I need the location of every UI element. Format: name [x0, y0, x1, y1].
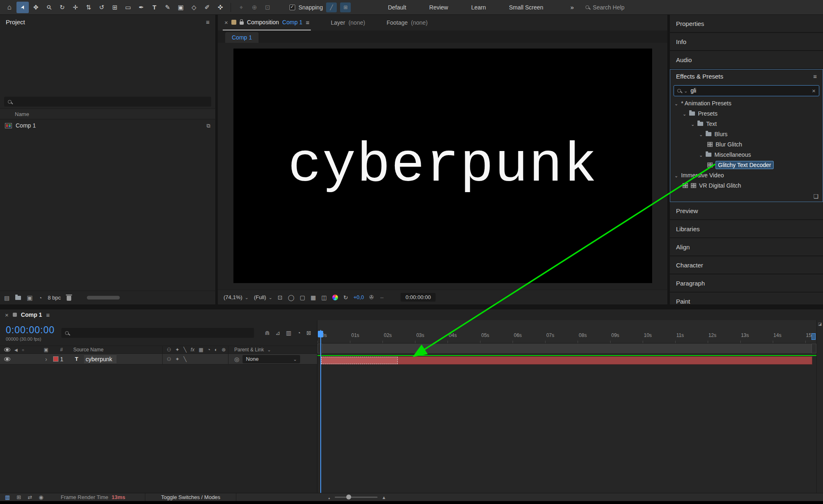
collapsed-panel-header[interactable]: Info: [670, 33, 823, 51]
switch-collapse-icon[interactable]: [175, 356, 180, 362]
pixel-aspect-icon[interactable]: [379, 294, 385, 300]
reset-exposure-icon[interactable]: ↻: [343, 294, 348, 301]
layer-duration-bar[interactable]: [321, 356, 812, 365]
zoom-slider-handle[interactable]: [346, 495, 351, 499]
delete-icon[interactable]: [67, 296, 71, 301]
source-name-header[interactable]: Source Name: [73, 347, 162, 353]
selection-tool[interactable]: [16, 2, 29, 13]
layer-visibility-toggle[interactable]: [4, 357, 10, 361]
project-fps-icon[interactable]: [38, 295, 42, 301]
switch-3d-icon[interactable]: [221, 347, 226, 353]
roto-brush-tool[interactable]: [201, 2, 213, 13]
home-tool[interactable]: [3, 2, 16, 13]
world-axis-tool[interactable]: [248, 2, 261, 13]
panel-menu-icon[interactable]: [206, 19, 210, 26]
layer-expand-arrow[interactable]: [41, 356, 51, 362]
twirl-down-icon[interactable]: [683, 110, 686, 117]
local-axis-tool[interactable]: [235, 2, 247, 13]
clear-search-icon[interactable]: [812, 87, 816, 94]
toggle-switches-modes-button[interactable]: Toggle Switches / Modes: [145, 493, 236, 501]
twirl-down-icon[interactable]: [699, 151, 703, 158]
project-name-column-header[interactable]: Name: [0, 109, 215, 119]
effects-tree-row[interactable]: Blur Glitch: [670, 139, 823, 149]
mini-flowchart-icon[interactable]: [265, 330, 270, 336]
twirl-down-icon[interactable]: [699, 131, 703, 137]
project-flow-icon[interactable]: [16, 494, 21, 500]
composition-text-layer[interactable]: cyberpunk: [288, 134, 598, 197]
timeline-layer-row[interactable]: 1 T cyberpunk: [0, 354, 317, 365]
parent-pickwhip-icon[interactable]: [234, 356, 239, 362]
shape-tool[interactable]: [122, 2, 134, 13]
workspace-tab[interactable]: Default: [388, 4, 406, 11]
close-icon[interactable]: [5, 311, 9, 318]
panel-menu-icon[interactable]: [813, 73, 817, 80]
collapsed-panel-header[interactable]: Paint: [670, 293, 823, 304]
panel-menu-icon[interactable]: [46, 311, 50, 318]
twirl-down-icon[interactable]: [691, 121, 695, 127]
composition-tab[interactable]: Comp 1: [225, 32, 259, 43]
switch-shy-icon[interactable]: [167, 347, 171, 353]
viewer-tab[interactable]: Composition Comp 1: [223, 15, 311, 30]
layer-name[interactable]: cyberpunk: [84, 355, 117, 363]
effects-tree-row[interactable]: Presets: [670, 108, 823, 118]
audio-column-icon[interactable]: [14, 347, 18, 353]
switch-fx-icon[interactable]: [191, 347, 194, 353]
work-area-bar[interactable]: [317, 344, 816, 354]
current-timecode[interactable]: 0:00:00:00: [6, 325, 55, 336]
hand-tool[interactable]: [30, 2, 42, 13]
effects-tree-row[interactable]: * Animation Presets: [670, 98, 823, 108]
effects-tree-row[interactable]: Text: [670, 118, 823, 129]
pan-camera-tool[interactable]: [69, 2, 82, 13]
interpret-footage-icon[interactable]: [4, 295, 9, 301]
view-layout-icon[interactable]: [321, 294, 326, 301]
workspace-tab[interactable]: Small Screen: [509, 4, 543, 11]
parent-dropdown[interactable]: None: [242, 355, 300, 363]
view-axis-tool[interactable]: [261, 2, 274, 13]
type-tool[interactable]: [148, 2, 161, 13]
help-search[interactable]: Search Help: [585, 4, 820, 11]
fit-viewer-icon[interactable]: [278, 294, 283, 301]
panel-menu-icon[interactable]: [306, 19, 310, 26]
switch-shy-icon[interactable]: [167, 356, 171, 362]
switch-frame-blend-icon[interactable]: [207, 347, 210, 353]
adobe-stock-icon[interactable]: [5, 494, 10, 500]
twirl-down-icon[interactable]: [674, 172, 678, 179]
snapping-checkbox[interactable]: [289, 5, 295, 10]
zoom-out-frames-icon[interactable]: [328, 494, 331, 500]
lock-icon[interactable]: [240, 21, 244, 25]
parent-link-header[interactable]: Parent & Link: [228, 346, 317, 353]
collapsed-panel-header[interactable]: Align: [670, 238, 823, 256]
new-panel-icon[interactable]: [813, 193, 818, 200]
time-ruler[interactable]: 0s 01s 02s 03s 04s 05s 06s 07s: [317, 320, 816, 344]
playhead-handle[interactable]: [318, 331, 323, 337]
frame-blend-icon[interactable]: [286, 330, 291, 336]
new-composition-icon[interactable]: [27, 294, 33, 302]
transparency-grid-icon[interactable]: [310, 294, 316, 301]
effects-tree-row[interactable]: VR Digital Glitch: [670, 180, 823, 190]
close-icon[interactable]: [224, 19, 228, 26]
collapsed-panel-header[interactable]: Properties: [670, 15, 823, 33]
draft-3d-icon[interactable]: [275, 330, 280, 336]
channel-color-wheel-icon[interactable]: [332, 295, 338, 300]
effects-presets-title[interactable]: Effects & Presets: [676, 73, 723, 80]
horizontal-scrollbar[interactable]: [87, 296, 120, 300]
magnification-dropdown[interactable]: (74,1%): [224, 294, 249, 300]
eraser-tool[interactable]: [188, 2, 200, 13]
switch-mosaic-icon[interactable]: [198, 347, 203, 353]
motion-blur-icon[interactable]: [297, 330, 301, 336]
workspace-overflow-chevrons[interactable]: »: [571, 4, 574, 11]
effects-tree-row[interactable]: Blurs: [670, 129, 823, 139]
collapsed-panel-header[interactable]: Audio: [670, 51, 823, 69]
comp-marker-bin-icon[interactable]: [818, 322, 822, 326]
effects-tree-row[interactable]: Miscellaneous: [670, 149, 823, 160]
timeline-search-input[interactable]: [61, 328, 254, 338]
region-of-interest-icon[interactable]: [300, 294, 305, 301]
timeline-track-area[interactable]: 0s 01s 02s 03s 04s 05s 06s 07s: [317, 320, 823, 493]
project-item-row[interactable]: Comp 1: [0, 119, 215, 132]
switch-quality-icon[interactable]: [184, 347, 187, 353]
mask-visibility-icon[interactable]: [288, 294, 294, 301]
effects-search-input[interactable]: gli: [674, 85, 819, 96]
label-column-icon[interactable]: [44, 347, 48, 353]
project-panel-title[interactable]: Project: [6, 19, 25, 26]
workspace-tab[interactable]: Review: [429, 4, 448, 11]
